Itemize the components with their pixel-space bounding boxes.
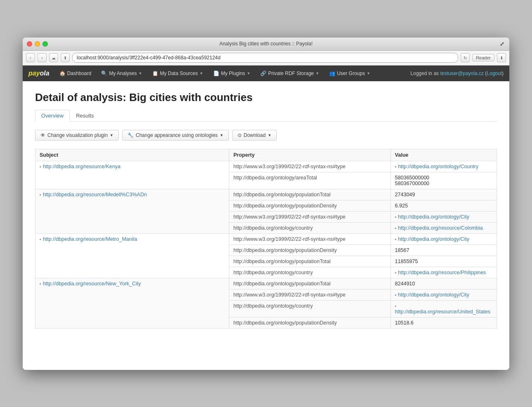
- dropdown-arrow: ▼: [200, 71, 203, 75]
- subject-link[interactable]: http://dbpedia.org/resource/Metro_Manila: [43, 236, 137, 242]
- table-row: ▪http://dbpedia.org/resource/New_York_Ci…: [35, 278, 497, 289]
- value-cell: 580365000000580367000000: [391, 172, 497, 189]
- window-title: Analysis Big cities with countries :: Pa…: [219, 41, 313, 47]
- property-cell: http://dbpedia.org/ontology/areaTotal: [229, 172, 391, 189]
- value-link[interactable]: http://dbpedia.org/resource/Philippines: [398, 270, 486, 275]
- value-link[interactable]: http://dbpedia.org/ontology/City: [398, 236, 469, 242]
- value-cell: ▪ http://dbpedia.org/ontology/City: [391, 233, 497, 245]
- back-button[interactable]: ‹: [26, 53, 35, 62]
- logo-text: pay: [28, 70, 40, 77]
- reader-button[interactable]: Reader: [472, 54, 494, 61]
- visualization-plugin-button[interactable]: 👁 Change visualization plugin ▼: [35, 130, 119, 141]
- property-value: http://www.w3.org/1999/02/22-rdf-syntax-…: [233, 292, 346, 298]
- download-label: Download: [244, 132, 266, 138]
- download-button[interactable]: ⊙ Download ▼: [232, 130, 277, 141]
- value-link[interactable]: http://dbpedia.org/ontology/City: [398, 214, 469, 220]
- property-cell: http://dbpedia.org/ontology/country: [229, 300, 391, 317]
- window-controls: [27, 41, 48, 47]
- subject-cell: ▪http://dbpedia.org/resource/Medell%C3%A…: [35, 189, 229, 233]
- value-cell: 6.925: [391, 200, 497, 211]
- resource-icon: ▪: [40, 237, 41, 242]
- col-property: Property: [229, 149, 391, 161]
- share-button[interactable]: ⬆: [61, 53, 70, 62]
- results-table: Subject Property Value ▪http://dbpedia.o…: [35, 149, 497, 329]
- tab-label: Overview: [41, 113, 64, 119]
- download-indicator[interactable]: ⬇: [497, 53, 506, 62]
- dropdown-arrow: ▼: [110, 133, 113, 137]
- col-subject: Subject: [35, 149, 229, 161]
- search-icon: 🔍: [101, 71, 107, 76]
- property-cell: http://dbpedia.org/ontology/country: [229, 267, 391, 278]
- nav-item-my-analyses[interactable]: 🔍 My Analyses ▼: [97, 69, 146, 78]
- property-cell: http://dbpedia.org/ontology/populationDe…: [229, 245, 391, 256]
- property-value: http://www.w3.org/1999/02/22-rdf-syntax-…: [233, 214, 346, 220]
- property-cell: http://www.w3.org/1999/02/22-rdf-syntax-…: [229, 233, 391, 245]
- property-cell: http://dbpedia.org/ontology/populationDe…: [229, 200, 391, 211]
- cloud-button[interactable]: ☁: [49, 53, 58, 62]
- table-row: ▪http://dbpedia.org/resource/Medell%C3%A…: [35, 189, 497, 200]
- resource-icon: ▪: [40, 192, 41, 197]
- value-cell: 10518.6: [391, 317, 497, 328]
- dropdown-arrow: ▼: [247, 71, 250, 75]
- maximize-button[interactable]: [42, 41, 48, 47]
- subject-link[interactable]: http://dbpedia.org/resource/Medell%C3%AD…: [43, 192, 147, 198]
- property-cell: http://dbpedia.org/ontology/populationTo…: [229, 256, 391, 267]
- tab-overview[interactable]: Overview: [35, 110, 70, 122]
- value-text: 11855975: [395, 259, 418, 264]
- nav-item-private-rdf[interactable]: 🔗 Private RDF Storage ▼: [256, 69, 323, 78]
- property-value: http://www.w3.org/1999/02/22-rdf-syntax-…: [233, 236, 346, 242]
- nav-item-dashboard[interactable]: 🏠 Dashboard: [55, 69, 96, 78]
- property-value: http://dbpedia.org/ontology/areaTotal: [233, 175, 317, 181]
- appearance-ontologies-button[interactable]: 🔧 Change appearance using ontologies ▼: [122, 130, 229, 141]
- datasource-icon: 📋: [152, 71, 158, 76]
- close-button[interactable]: [27, 41, 32, 47]
- appearance-label: Change appearance using ontologies: [136, 132, 218, 138]
- logo[interactable]: payola: [28, 70, 49, 77]
- dropdown-arrow: ▼: [315, 71, 319, 75]
- addressbar: ‹ › ☁ ⬆ ↻ Reader ⬇: [23, 51, 509, 66]
- download-icon: ⊙: [238, 132, 242, 138]
- subject-link[interactable]: http://dbpedia.org/resource/New_York_Cit…: [43, 281, 141, 287]
- toolbar: 👁 Change visualization plugin ▼ 🔧 Change…: [35, 130, 497, 141]
- tabs: Overview Results: [35, 110, 497, 122]
- url-input[interactable]: [72, 53, 458, 63]
- value-link[interactable]: http://dbpedia.org/resource/United_State…: [395, 309, 490, 315]
- value-link[interactable]: http://dbpedia.org/resource/Colombia: [398, 225, 483, 231]
- nav-item-my-plugins[interactable]: 📄 My Plugins ▼: [209, 69, 255, 78]
- property-value: http://dbpedia.org/ontology/populationDe…: [233, 203, 337, 209]
- value-link[interactable]: http://dbpedia.org/ontology/Country: [398, 164, 478, 169]
- nav-label: My Analyses: [109, 71, 137, 76]
- eye-icon: 👁: [40, 132, 45, 138]
- logout-link[interactable]: Logout: [487, 71, 502, 76]
- nav-item-user-groups[interactable]: 👥 User Groups ▼: [325, 69, 374, 78]
- subject-link[interactable]: http://dbpedia.org/resource/Kenya: [43, 164, 120, 169]
- value-text: 580367000000: [395, 181, 429, 186]
- tab-results[interactable]: Results: [70, 110, 100, 122]
- minimize-button[interactable]: [35, 41, 40, 47]
- value-cell: ▪ http://dbpedia.org/resource/Colombia: [391, 222, 497, 233]
- reload-button[interactable]: ↻: [461, 53, 470, 62]
- resource-icon: ▪: [395, 303, 397, 308]
- property-value: http://dbpedia.org/ontology/populationTo…: [233, 281, 331, 287]
- value-cell: ▪ http://dbpedia.org/resource/Philippine…: [391, 267, 497, 278]
- browser-window: Analysis Big cities with countries :: Pa…: [23, 38, 509, 370]
- value-cell: ▪ http://dbpedia.org/ontology/City: [391, 289, 497, 300]
- property-cell: http://www.w3.org/1999/02/22-rdf-syntax-…: [229, 211, 391, 222]
- dropdown-arrow: ▼: [268, 133, 271, 137]
- nav-label: Private RDF Storage: [268, 71, 314, 76]
- forward-button[interactable]: ›: [38, 53, 47, 62]
- value-link[interactable]: http://dbpedia.org/ontology/City: [398, 292, 469, 298]
- nav-item-my-data-sources[interactable]: 📋 My Data Sources ▼: [148, 69, 207, 78]
- rdf-icon: 🔗: [260, 71, 266, 76]
- home-icon: 🏠: [59, 71, 66, 76]
- value-text: 18567: [395, 247, 410, 253]
- nav-label: User Groups: [337, 71, 365, 76]
- property-cell: http://www.w3.org/1999/02/22-rdf-syntax-…: [229, 289, 391, 300]
- nav-label: My Data Sources: [160, 71, 198, 76]
- property-value: http://dbpedia.org/ontology/populationTo…: [233, 192, 331, 198]
- value-cell: ▪http://dbpedia.org/resource/United_Stat…: [391, 300, 497, 317]
- value-text: 580365000000: [395, 175, 429, 181]
- nav-label: My Plugins: [221, 71, 245, 76]
- username-link[interactable]: testuser@payola.cz: [440, 71, 484, 76]
- property-value: http://dbpedia.org/ontology/populationTo…: [233, 259, 331, 264]
